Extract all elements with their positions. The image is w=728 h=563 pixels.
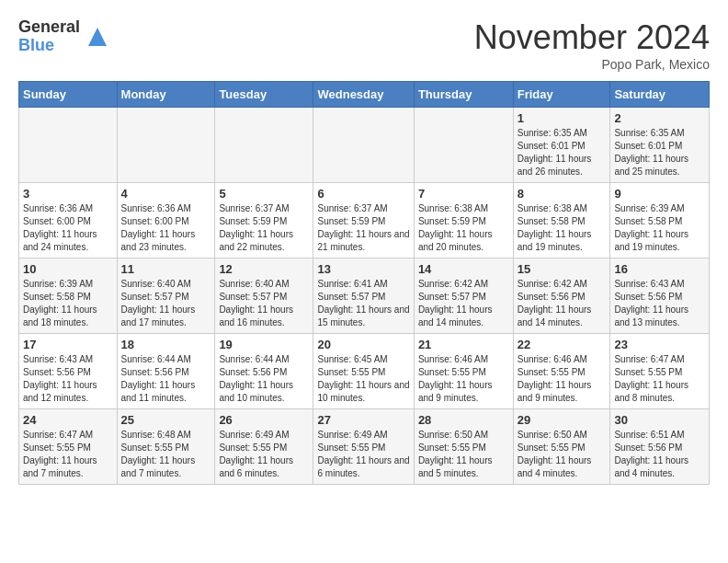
day-info: Sunrise: 6:43 AM Sunset: 5:56 PM Dayligh… — [23, 353, 113, 405]
calendar-cell: 25Sunrise: 6:48 AM Sunset: 5:55 PM Dayli… — [117, 409, 215, 485]
calendar-cell: 27Sunrise: 6:49 AM Sunset: 5:55 PM Dayli… — [313, 409, 414, 485]
calendar-week-row: 10Sunrise: 6:39 AM Sunset: 5:58 PM Dayli… — [19, 259, 710, 334]
day-info: Sunrise: 6:49 AM Sunset: 5:55 PM Dayligh… — [317, 429, 409, 480]
calendar-cell: 10Sunrise: 6:39 AM Sunset: 5:58 PM Dayli… — [19, 259, 118, 334]
day-info: Sunrise: 6:39 AM Sunset: 5:58 PM Dayligh… — [614, 202, 705, 254]
day-number: 17 — [23, 338, 113, 351]
day-number: 25 — [121, 413, 211, 427]
day-number: 11 — [121, 262, 211, 276]
day-info: Sunrise: 6:35 AM Sunset: 6:01 PM Dayligh… — [518, 127, 607, 178]
day-number: 10 — [23, 262, 113, 276]
day-number: 27 — [317, 413, 409, 427]
header-thursday: Thursday — [414, 82, 513, 108]
day-info: Sunrise: 6:42 AM Sunset: 5:57 PM Dayligh… — [418, 278, 509, 329]
day-number: 14 — [418, 262, 509, 276]
day-number: 15 — [518, 262, 607, 276]
calendar-cell: 7Sunrise: 6:38 AM Sunset: 5:59 PM Daylig… — [414, 183, 513, 259]
logo-blue: Blue — [18, 37, 80, 55]
day-info: Sunrise: 6:38 AM Sunset: 5:59 PM Dayligh… — [418, 202, 509, 254]
calendar-cell: 3Sunrise: 6:36 AM Sunset: 6:00 PM Daylig… — [19, 183, 118, 259]
calendar-week-row: 17Sunrise: 6:43 AM Sunset: 5:56 PM Dayli… — [19, 334, 710, 409]
calendar-cell — [215, 108, 313, 183]
calendar-cell: 18Sunrise: 6:44 AM Sunset: 5:56 PM Dayli… — [117, 334, 215, 409]
day-number: 6 — [317, 187, 409, 201]
day-number: 21 — [418, 338, 509, 351]
calendar-cell: 15Sunrise: 6:42 AM Sunset: 5:56 PM Dayli… — [513, 259, 610, 334]
calendar-cell: 30Sunrise: 6:51 AM Sunset: 5:56 PM Dayli… — [610, 409, 710, 485]
calendar-week-row: 3Sunrise: 6:36 AM Sunset: 6:00 PM Daylig… — [19, 183, 710, 259]
calendar-cell — [414, 108, 513, 183]
header-wednesday: Wednesday — [313, 82, 414, 108]
calendar-cell: 19Sunrise: 6:44 AM Sunset: 5:56 PM Dayli… — [215, 334, 313, 409]
header-friday: Friday — [513, 82, 610, 108]
day-number: 3 — [23, 187, 113, 201]
day-info: Sunrise: 6:41 AM Sunset: 5:57 PM Dayligh… — [317, 278, 409, 329]
calendar-cell: 22Sunrise: 6:46 AM Sunset: 5:55 PM Dayli… — [513, 334, 610, 409]
calendar-cell: 8Sunrise: 6:38 AM Sunset: 5:58 PM Daylig… — [513, 183, 610, 259]
day-number: 24 — [23, 413, 113, 427]
day-number: 20 — [317, 338, 409, 351]
day-number: 5 — [219, 187, 309, 201]
day-number: 18 — [121, 338, 211, 351]
calendar-cell: 21Sunrise: 6:46 AM Sunset: 5:55 PM Dayli… — [414, 334, 513, 409]
day-info: Sunrise: 6:47 AM Sunset: 5:55 PM Dayligh… — [23, 429, 113, 480]
day-info: Sunrise: 6:36 AM Sunset: 6:00 PM Dayligh… — [121, 202, 211, 254]
day-info: Sunrise: 6:37 AM Sunset: 5:59 PM Dayligh… — [219, 202, 309, 254]
day-info: Sunrise: 6:50 AM Sunset: 5:55 PM Dayligh… — [418, 429, 509, 480]
calendar-cell: 28Sunrise: 6:50 AM Sunset: 5:55 PM Dayli… — [414, 409, 513, 485]
day-number: 23 — [614, 338, 705, 351]
day-number: 26 — [219, 413, 309, 427]
day-number: 9 — [614, 187, 705, 201]
calendar-week-row: 24Sunrise: 6:47 AM Sunset: 5:55 PM Dayli… — [19, 409, 710, 485]
calendar-cell: 14Sunrise: 6:42 AM Sunset: 5:57 PM Dayli… — [414, 259, 513, 334]
calendar-cell: 12Sunrise: 6:40 AM Sunset: 5:57 PM Dayli… — [215, 259, 313, 334]
logo-general: General — [18, 18, 80, 37]
calendar-table: Sunday Monday Tuesday Wednesday Thursday… — [18, 81, 710, 485]
day-number: 30 — [614, 413, 705, 427]
calendar-cell: 13Sunrise: 6:41 AM Sunset: 5:57 PM Dayli… — [313, 259, 414, 334]
day-number: 29 — [518, 413, 607, 427]
day-number: 13 — [317, 262, 409, 276]
day-number: 12 — [219, 262, 309, 276]
calendar-cell: 4Sunrise: 6:36 AM Sunset: 6:00 PM Daylig… — [117, 183, 215, 259]
day-info: Sunrise: 6:51 AM Sunset: 5:56 PM Dayligh… — [614, 429, 705, 480]
header-monday: Monday — [117, 82, 215, 108]
day-info: Sunrise: 6:48 AM Sunset: 5:55 PM Dayligh… — [121, 429, 211, 480]
page-header: General Blue November 2024 Popo Park, Me… — [18, 18, 710, 72]
day-info: Sunrise: 6:44 AM Sunset: 5:56 PM Dayligh… — [219, 353, 309, 405]
calendar-cell: 5Sunrise: 6:37 AM Sunset: 5:59 PM Daylig… — [215, 183, 313, 259]
day-number: 2 — [614, 111, 705, 125]
day-info: Sunrise: 6:40 AM Sunset: 5:57 PM Dayligh… — [121, 278, 211, 329]
logo-text: General Blue — [18, 18, 80, 55]
calendar-cell: 17Sunrise: 6:43 AM Sunset: 5:56 PM Dayli… — [19, 334, 118, 409]
day-info: Sunrise: 6:43 AM Sunset: 5:56 PM Dayligh… — [614, 278, 705, 329]
day-info: Sunrise: 6:39 AM Sunset: 5:58 PM Dayligh… — [23, 278, 113, 329]
day-info: Sunrise: 6:37 AM Sunset: 5:59 PM Dayligh… — [317, 202, 409, 254]
day-number: 19 — [219, 338, 309, 351]
calendar-cell: 9Sunrise: 6:39 AM Sunset: 5:58 PM Daylig… — [610, 183, 710, 259]
day-number: 22 — [518, 338, 607, 351]
day-info: Sunrise: 6:46 AM Sunset: 5:55 PM Dayligh… — [518, 353, 607, 405]
header-saturday: Saturday — [610, 82, 710, 108]
day-number: 16 — [614, 262, 705, 276]
day-number: 4 — [121, 187, 211, 201]
location-subtitle: Popo Park, Mexico — [474, 57, 710, 72]
day-info: Sunrise: 6:49 AM Sunset: 5:55 PM Dayligh… — [219, 429, 309, 480]
day-info: Sunrise: 6:40 AM Sunset: 5:57 PM Dayligh… — [219, 278, 309, 329]
day-number: 8 — [518, 187, 607, 201]
calendar-week-row: 1Sunrise: 6:35 AM Sunset: 6:01 PM Daylig… — [19, 108, 710, 183]
title-section: November 2024 Popo Park, Mexico — [474, 18, 710, 72]
day-info: Sunrise: 6:46 AM Sunset: 5:55 PM Dayligh… — [418, 353, 509, 405]
day-info: Sunrise: 6:44 AM Sunset: 5:56 PM Dayligh… — [121, 353, 211, 405]
day-info: Sunrise: 6:38 AM Sunset: 5:58 PM Dayligh… — [518, 202, 607, 254]
calendar-cell: 26Sunrise: 6:49 AM Sunset: 5:55 PM Dayli… — [215, 409, 313, 485]
logo: General Blue — [18, 18, 111, 55]
calendar-cell: 16Sunrise: 6:43 AM Sunset: 5:56 PM Dayli… — [610, 259, 710, 334]
calendar-cell: 1Sunrise: 6:35 AM Sunset: 6:01 PM Daylig… — [513, 108, 610, 183]
calendar-cell: 11Sunrise: 6:40 AM Sunset: 5:57 PM Dayli… — [117, 259, 215, 334]
calendar-cell: 2Sunrise: 6:35 AM Sunset: 6:01 PM Daylig… — [610, 108, 710, 183]
header-tuesday: Tuesday — [215, 82, 313, 108]
day-number: 1 — [518, 111, 607, 125]
calendar-cell — [313, 108, 414, 183]
calendar-cell: 6Sunrise: 6:37 AM Sunset: 5:59 PM Daylig… — [313, 183, 414, 259]
